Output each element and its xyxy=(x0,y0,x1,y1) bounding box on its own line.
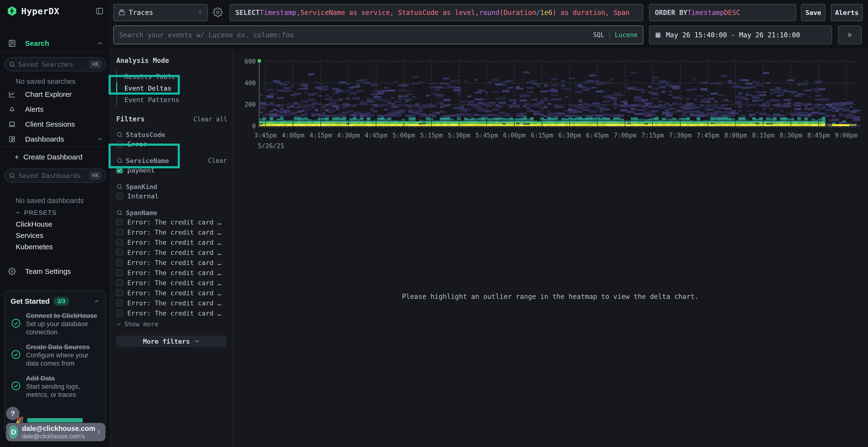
sql-select-editor[interactable]: SELECT Timestamp, ServiceName as service… xyxy=(229,4,643,21)
query-language-toggle[interactable]: SQL | Lucene xyxy=(593,31,638,38)
get-started-items: Connect to ClickHouse Set up your databa… xyxy=(10,312,100,399)
checkbox[interactable] xyxy=(116,279,123,286)
filter-panel: Analysis Mode Results TableEvent DeltasE… xyxy=(111,49,233,447)
get-started-item[interactable]: Add Data Start sending logs, metrics, or… xyxy=(10,374,100,399)
divider xyxy=(0,147,111,147)
duration-heatmap[interactable]: 02004006003:45pm4:00pm4:15pm4:30pm4:45pm… xyxy=(233,49,868,160)
analysis-mode-option[interactable]: Event Patterns xyxy=(116,94,227,105)
search-icon xyxy=(116,131,123,138)
date-range-picker[interactable]: May 26 15:40:00 - May 26 21:10:00 xyxy=(649,26,832,44)
filter-option[interactable]: Error: The credit card … xyxy=(116,237,227,247)
filter-option[interactable]: Error: The credit card … xyxy=(116,308,227,318)
filter-option-label: Error: The credit card … xyxy=(127,259,221,266)
saved-dashboards-input[interactable]: ⌘K xyxy=(4,169,106,182)
clear-all-filters-link[interactable]: Clear all xyxy=(193,115,227,123)
create-dashboard-label: Create Dashboard xyxy=(23,153,83,161)
user-menu[interactable]: D dale@clickhouse.com dale@clickhouse.co… xyxy=(6,423,105,441)
save-button[interactable]: Save xyxy=(801,4,826,21)
filter-group-name: StatusCode xyxy=(126,131,165,138)
svg-text:7:00pm: 7:00pm xyxy=(614,132,636,139)
sidebar-item-label: Chart Explorer xyxy=(25,90,72,99)
checkbox[interactable] xyxy=(116,141,123,147)
order-by-editor[interactable]: ORDER BY Timestamp DESC xyxy=(649,4,796,21)
preset-clickhouse[interactable]: ClickHouse xyxy=(0,219,111,230)
analysis-mode-option[interactable]: Event Deltas xyxy=(116,82,227,94)
checkbox[interactable] xyxy=(116,289,123,296)
clear-filter-link[interactable]: Clear xyxy=(208,157,227,164)
filter-group-header: SpanName xyxy=(116,208,227,217)
preset-kubernetes[interactable]: Kubernetes xyxy=(0,241,111,252)
checkbox[interactable] xyxy=(116,269,123,276)
filter-option[interactable]: Error: The credit card … xyxy=(116,247,227,257)
sidebar-item-client-sessions[interactable]: Client Sessions xyxy=(0,117,111,132)
help-button[interactable]: ? xyxy=(6,407,20,420)
filter-option[interactable]: Error: The credit card … xyxy=(116,217,227,227)
presets-toggle[interactable]: PRESETS xyxy=(0,209,111,216)
get-started-header[interactable]: Get Started 3/3 xyxy=(10,291,100,312)
saved-dashboards-field[interactable] xyxy=(18,172,89,179)
filter-option-label: Error: The credit card … xyxy=(127,218,221,226)
topbar: Traces SELECT Timestamp, ServiceName as … xyxy=(111,0,868,49)
lucene-mode-label[interactable]: Lucene xyxy=(615,31,638,38)
checkbox[interactable] xyxy=(116,229,123,236)
svg-text:3:45pm: 3:45pm xyxy=(254,132,277,139)
get-started-item[interactable]: Connect to ClickHouse Set up your databa… xyxy=(10,312,100,336)
checkbox[interactable] xyxy=(116,249,123,256)
preset-services[interactable]: Services xyxy=(0,230,111,241)
sidebar-item-label: Search xyxy=(25,39,49,47)
play-icon xyxy=(846,31,854,38)
get-started-item[interactable]: Create Data Sources Configure where your… xyxy=(10,343,100,368)
checkbox[interactable] xyxy=(116,239,123,246)
presets-label: PRESETS xyxy=(24,209,57,216)
filter-option[interactable]: Internal xyxy=(116,191,227,201)
hyperdx-app: HyperDX Search ⌘K No saved searches xyxy=(0,0,868,447)
saved-searches-field[interactable] xyxy=(18,61,89,68)
saved-searches-input[interactable]: ⌘K xyxy=(4,57,106,71)
filter-option[interactable]: Error: The credit card … xyxy=(116,257,227,268)
filter-group-header: StatusCode xyxy=(116,130,227,139)
more-filters-button[interactable]: More filters xyxy=(116,336,227,347)
checkbox[interactable] xyxy=(116,300,123,306)
svg-text:8:15pm: 8:15pm xyxy=(752,132,775,139)
sidebar-item-chart-explorer[interactable]: Chart Explorer xyxy=(0,87,111,102)
sql-mode-label[interactable]: SQL xyxy=(593,31,604,38)
filter-option[interactable]: Error: The credit card … xyxy=(116,298,227,308)
checkbox[interactable] xyxy=(116,167,123,173)
alerts-button[interactable]: Alerts xyxy=(831,4,863,21)
search-input[interactable] xyxy=(119,31,593,39)
filter-option[interactable]: Error: The credit card … xyxy=(116,268,227,278)
check-circle-icon xyxy=(10,343,21,368)
filter-option[interactable]: Error xyxy=(116,139,227,149)
show-more-link[interactable]: Show more xyxy=(116,320,227,328)
search-icon xyxy=(9,61,16,68)
chevron-up-icon xyxy=(96,136,103,143)
dashboard-grid-icon xyxy=(7,135,17,143)
search-icon xyxy=(116,183,123,190)
filter-option-label: Internal xyxy=(127,193,159,200)
sidebar: HyperDX Search ⌘K No saved searches xyxy=(0,0,111,447)
filter-option[interactable]: Error: The credit card … xyxy=(116,278,227,288)
filter-option-label: Error: The credit card … xyxy=(127,309,221,317)
filter-option[interactable]: Error: The credit card … xyxy=(116,288,227,298)
checkbox[interactable] xyxy=(116,219,123,226)
filter-option[interactable]: payment xyxy=(116,165,227,175)
svg-text:4:30pm: 4:30pm xyxy=(337,132,360,139)
sidebar-item-dashboards[interactable]: Dashboards xyxy=(0,132,111,147)
run-query-button[interactable] xyxy=(838,26,862,44)
checkbox[interactable] xyxy=(116,193,123,199)
source-select[interactable]: Traces xyxy=(113,4,208,21)
analysis-mode-option[interactable]: Results Table xyxy=(116,71,227,82)
filter-groups: StatusCode ErrorServiceNameClear payment… xyxy=(116,130,227,328)
sidebar-item-search[interactable]: Search xyxy=(0,36,111,51)
create-dashboard-button[interactable]: + Create Dashboard xyxy=(0,149,111,165)
checkbox[interactable] xyxy=(116,310,123,316)
filter-option[interactable]: Error: The credit card … xyxy=(116,227,227,237)
checkbox[interactable] xyxy=(116,259,123,266)
sidebar-item-alerts[interactable]: Alerts xyxy=(0,102,111,117)
source-settings-gear-icon[interactable] xyxy=(213,7,223,18)
collapse-sidebar-icon[interactable] xyxy=(95,7,104,15)
journal-search-icon xyxy=(7,39,17,47)
source-select-value: Traces xyxy=(129,9,153,16)
search-icon xyxy=(116,157,123,164)
sidebar-item-team-settings[interactable]: Team Settings xyxy=(0,264,111,279)
